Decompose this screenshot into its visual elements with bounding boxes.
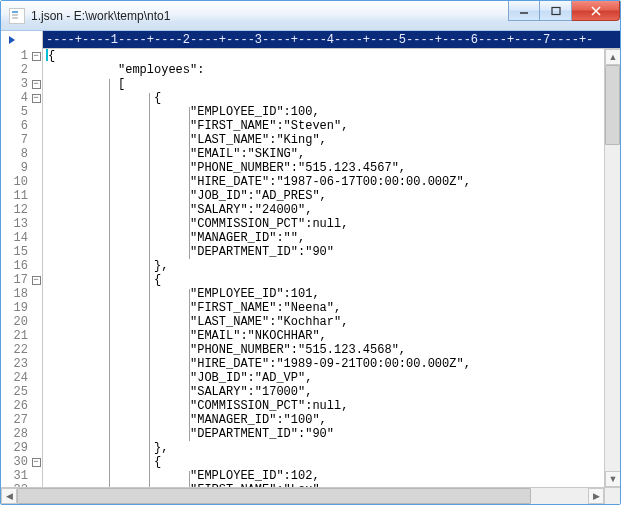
code-text: "DEPARTMENT_ID":"90" [190,427,334,441]
ruler-row: ----+----1----+----2----+----3----+----4… [1,31,620,49]
vertical-scrollbar[interactable]: ▲ ▼ [604,49,620,487]
code-text: "FIRST_NAME":"Neena", [190,301,341,315]
scroll-down-button[interactable]: ▼ [605,471,620,487]
line-number: 25 [8,385,30,399]
line-number: 27 [8,413,30,427]
v-scroll-thumb[interactable] [605,65,620,145]
code-text: }, [154,259,168,273]
gutter-line[interactable]: 19 [1,301,42,315]
scroll-up-button[interactable]: ▲ [605,49,620,65]
code-text: "PHONE_NUMBER":"515.123.4567", [190,161,406,175]
gutter-line[interactable]: 22 [1,343,42,357]
scrollbar-corner [604,488,620,504]
line-number: 7 [8,133,30,147]
gutter-line[interactable]: 21 [1,329,42,343]
fold-guide [109,79,110,487]
editor-body: 1−23−4−567891011121314151617−18192021222… [1,49,620,487]
code-text: "HIRE_DATE":"1989-09-21T00:00:00.000Z", [190,357,471,371]
gutter-line[interactable]: 29 [1,441,42,455]
line-number: 19 [8,301,30,315]
line-number: 18 [8,287,30,301]
code-text: { [154,455,161,469]
gutter-line[interactable]: 32 [1,483,42,487]
current-line-indicator-icon [9,36,15,44]
editor-window: 1.json - E:\work\temp\nto1 ----+----1---… [0,0,621,505]
gutter-line[interactable]: 11 [1,189,42,203]
fold-minus-icon: − [32,94,41,103]
gutter-line[interactable]: 28 [1,427,42,441]
gutter-line[interactable]: 24 [1,371,42,385]
fold-toggle[interactable]: − [30,458,42,467]
code-text: "JOB_ID":"AD_PRES", [190,189,327,203]
gutter-line[interactable]: 9 [1,161,42,175]
scroll-right-button[interactable]: ▶ [588,488,604,504]
gutter-line[interactable]: 25 [1,385,42,399]
fold-toggle[interactable]: − [30,80,42,89]
line-number: 1 [8,49,30,63]
gutter-line[interactable]: 17− [1,273,42,287]
v-scroll-track[interactable] [605,65,620,471]
maximize-button[interactable] [540,1,572,21]
gutter-line[interactable]: 15 [1,245,42,259]
code-text: "EMAIL":"SKING", [190,147,305,161]
gutter-line[interactable]: 6 [1,119,42,133]
gutter-line[interactable]: 14 [1,231,42,245]
code-text: "MANAGER_ID":"100", [190,413,327,427]
gutter-line[interactable]: 27 [1,413,42,427]
fold-minus-icon: − [32,276,41,285]
gutter-line[interactable]: 8 [1,147,42,161]
line-number: 2 [8,63,30,77]
gutter-line[interactable]: 3− [1,77,42,91]
fold-guide [149,93,150,487]
code-text: "EMAIL":"NKOCHHAR", [190,329,327,343]
line-number: 15 [8,245,30,259]
line-number: 28 [8,427,30,441]
line-number: 17 [8,273,30,287]
bottom-bar: ◀ ▶ [1,487,620,504]
line-number: 20 [8,315,30,329]
gutter-line[interactable]: 4− [1,91,42,105]
gutter-line[interactable]: 12 [1,203,42,217]
line-number: 21 [8,329,30,343]
svg-rect-1 [552,7,560,14]
gutter-line[interactable]: 18 [1,287,42,301]
fold-minus-icon: − [32,80,41,89]
titlebar[interactable]: 1.json - E:\work\temp\nto1 [1,1,620,31]
line-number: 4 [8,91,30,105]
gutter-line[interactable]: 20 [1,315,42,329]
gutter-line[interactable]: 10 [1,175,42,189]
code-text: "SALARY":"17000", [190,385,312,399]
fold-minus-icon: − [32,52,41,61]
minimize-button[interactable] [508,1,540,21]
code-text: "LAST_NAME":"Kochhar", [190,315,348,329]
gutter-line[interactable]: 7 [1,133,42,147]
line-number: 23 [8,357,30,371]
fold-toggle[interactable]: − [30,94,42,103]
code-text: "FIRST_NAME":"Lex", [190,483,327,487]
scroll-left-button[interactable]: ◀ [1,488,17,504]
close-button[interactable] [572,1,620,21]
gutter-line[interactable]: 30− [1,455,42,469]
gutter-line[interactable]: 23 [1,357,42,371]
fold-toggle[interactable]: − [30,276,42,285]
line-number: 29 [8,441,30,455]
gutter-line[interactable]: 2 [1,63,42,77]
column-ruler: ----+----1----+----2----+----3----+----4… [43,31,620,48]
gutter-line[interactable]: 13 [1,217,42,231]
fold-toggle[interactable]: − [30,52,42,61]
gutter-line[interactable]: 5 [1,105,42,119]
line-number: 31 [8,469,30,483]
line-number: 24 [8,371,30,385]
gutter-line[interactable]: 1− [1,49,42,63]
code-text: { [154,273,161,287]
gutter-line[interactable]: 31 [1,469,42,483]
code-area[interactable]: {"employees":[{"EMPLOYEE_ID":100,"FIRST_… [43,49,604,487]
gutter-line[interactable]: 16 [1,259,42,273]
line-number: 11 [8,189,30,203]
code-text: "MANAGER_ID":"", [190,231,305,245]
h-scroll-thumb[interactable] [17,488,531,504]
h-scroll-track[interactable] [17,488,588,504]
line-number-gutter[interactable]: 1−23−4−567891011121314151617−18192021222… [1,49,43,487]
horizontal-scrollbar[interactable]: ◀ ▶ [1,488,604,504]
gutter-line[interactable]: 26 [1,399,42,413]
